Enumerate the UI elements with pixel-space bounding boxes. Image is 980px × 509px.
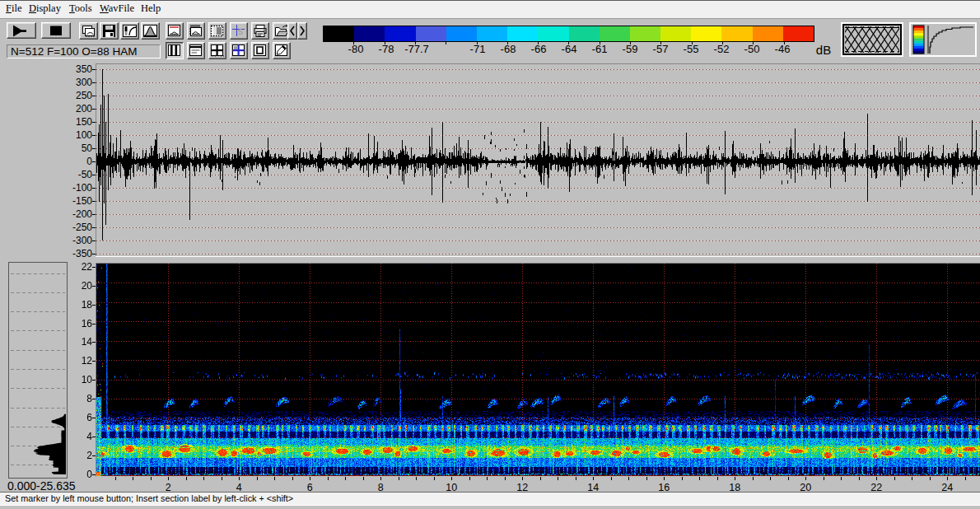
svg-text:s: s <box>238 26 243 37</box>
